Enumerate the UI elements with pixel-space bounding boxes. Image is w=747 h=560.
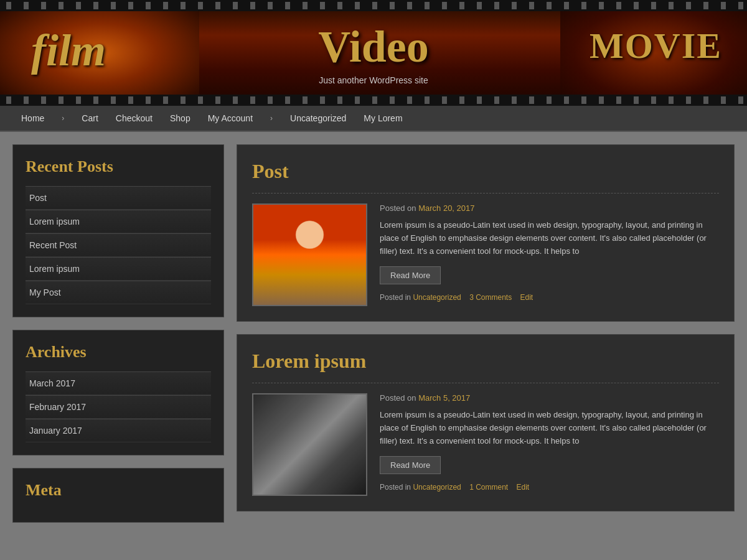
site-tagline: Just another WordPress site bbox=[319, 75, 428, 85]
nav-sep2: › bbox=[261, 114, 281, 123]
post-footer-1: Posted in Uncategorized 1 Comment Edit bbox=[380, 483, 719, 492]
post-date-0: March 20, 2017 bbox=[418, 203, 474, 213]
nav-cart[interactable]: Cart bbox=[73, 113, 106, 123]
meta-title: Meta bbox=[26, 481, 211, 500]
recent-post-2[interactable]: Recent Post bbox=[26, 234, 211, 256]
main-container: Recent Posts Post Lorem ipsum Recent Pos… bbox=[0, 132, 747, 548]
archives-widget: Archives March 2017 February 2017 Januar… bbox=[12, 330, 224, 455]
post-excerpt-0: Lorem ipsum is a pseudo-Latin text used … bbox=[380, 219, 719, 258]
filmstrip-bottom bbox=[0, 95, 747, 106]
post-edit-0[interactable]: Edit bbox=[520, 293, 533, 302]
recent-post-3[interactable]: Lorem ipsum bbox=[26, 258, 211, 280]
posted-on-label-1: Posted on bbox=[380, 393, 416, 403]
read-more-button-1[interactable]: Read More bbox=[380, 456, 441, 474]
post-image-visual-1 bbox=[253, 394, 366, 495]
post-text-1: Posted on March 5, 2017 Lorem ipsum is a… bbox=[380, 393, 719, 496]
sidebar: Recent Posts Post Lorem ipsum Recent Pos… bbox=[12, 144, 224, 535]
list-item: February 2017 bbox=[26, 395, 211, 419]
posted-in-label-0: Posted in bbox=[380, 293, 411, 302]
content-area: Post Posted on March 20, 2017 Lorem ipsu… bbox=[237, 144, 735, 535]
nav-uncategorized[interactable]: Uncategorized bbox=[281, 113, 355, 123]
post-meta-0: Posted on March 20, 2017 bbox=[380, 203, 719, 213]
recent-posts-widget: Recent Posts Post Lorem ipsum Recent Pos… bbox=[12, 144, 224, 317]
archives-title: Archives bbox=[26, 343, 211, 362]
post-date-1: March 5, 2017 bbox=[418, 393, 470, 403]
list-item: Recent Post bbox=[26, 233, 211, 257]
list-item: March 2017 bbox=[26, 371, 211, 395]
list-item: Lorem ipsum bbox=[26, 257, 211, 281]
post-title-1: Lorem ipsum bbox=[252, 350, 719, 373]
meta-widget: Meta bbox=[12, 468, 224, 523]
nav-sep1: › bbox=[53, 114, 73, 123]
posted-on-label-0: Posted on bbox=[380, 203, 416, 213]
nav-home[interactable]: Home bbox=[12, 113, 53, 123]
recent-posts-title: Recent Posts bbox=[26, 157, 211, 176]
post-content-row-0: Posted on March 20, 2017 Lorem ipsum is … bbox=[252, 203, 719, 306]
archives-list: March 2017 February 2017 January 2017 bbox=[26, 371, 211, 442]
list-item: January 2017 bbox=[26, 419, 211, 442]
filmstrip-top bbox=[0, 0, 747, 11]
post-comments-1[interactable]: 1 Comment bbox=[469, 483, 508, 492]
site-header: film MOVIE Video Just another WordPress … bbox=[0, 0, 747, 106]
post-title-0: Post bbox=[252, 160, 719, 183]
post-content-row-1: Posted on March 5, 2017 Lorem ipsum is a… bbox=[252, 393, 719, 496]
post-category-0[interactable]: Uncategorized bbox=[413, 293, 461, 302]
recent-post-4[interactable]: My Post bbox=[26, 281, 211, 304]
header-film-text: film bbox=[31, 25, 106, 77]
recent-post-0[interactable]: Post bbox=[26, 187, 211, 209]
post-comments-0[interactable]: 3 Comments bbox=[469, 293, 512, 302]
site-title: Video bbox=[318, 21, 428, 73]
post-edit-1[interactable]: Edit bbox=[517, 483, 530, 492]
read-more-button-0[interactable]: Read More bbox=[380, 266, 441, 284]
post-excerpt-1: Lorem ipsum is a pseudo-Latin text used … bbox=[380, 409, 719, 447]
nav-my-lorem[interactable]: My Lorem bbox=[355, 113, 411, 123]
post-image-1 bbox=[252, 393, 367, 496]
site-nav: Home › Cart Checkout Shop My Account › U… bbox=[0, 106, 747, 132]
list-item: Lorem ipsum bbox=[26, 210, 211, 233]
list-item: My Post bbox=[26, 281, 211, 304]
post-card-1: Lorem ipsum Posted on March 5, 2017 Lore… bbox=[237, 334, 735, 511]
post-image-visual-0 bbox=[253, 205, 366, 305]
post-footer-0: Posted in Uncategorized 3 Comments Edit bbox=[380, 293, 719, 302]
nav-my-account[interactable]: My Account bbox=[199, 113, 261, 123]
post-text-0: Posted on March 20, 2017 Lorem ipsum is … bbox=[380, 203, 719, 306]
archive-0[interactable]: March 2017 bbox=[26, 372, 211, 394]
post-divider-1 bbox=[252, 383, 719, 383]
header-movie-text: MOVIE bbox=[590, 25, 722, 67]
posted-in-label-1: Posted in bbox=[380, 483, 411, 492]
post-image-0 bbox=[252, 203, 367, 306]
nav-shop[interactable]: Shop bbox=[161, 113, 199, 123]
post-card-0: Post Posted on March 20, 2017 Lorem ipsu… bbox=[237, 144, 735, 322]
recent-posts-list: Post Lorem ipsum Recent Post Lorem ipsum… bbox=[26, 186, 211, 304]
post-category-1[interactable]: Uncategorized bbox=[413, 483, 461, 492]
archive-2[interactable]: January 2017 bbox=[26, 419, 211, 442]
nav-checkout[interactable]: Checkout bbox=[107, 113, 161, 123]
post-divider-0 bbox=[252, 193, 719, 194]
archive-1[interactable]: February 2017 bbox=[26, 396, 211, 418]
list-item: Post bbox=[26, 186, 211, 210]
recent-post-1[interactable]: Lorem ipsum bbox=[26, 210, 211, 233]
post-meta-1: Posted on March 5, 2017 bbox=[380, 393, 719, 403]
